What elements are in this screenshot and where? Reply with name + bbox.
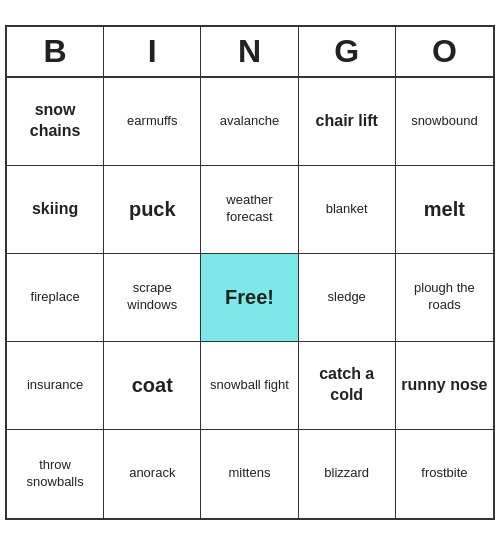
bingo-cell: blizzard [299, 430, 396, 518]
cell-text: snowbound [411, 113, 478, 130]
header-letter: O [396, 27, 493, 76]
bingo-header: BINGO [7, 27, 493, 78]
cell-text: Free! [225, 284, 274, 310]
bingo-cell: snowball fight [201, 342, 298, 430]
cell-text: earmuffs [127, 113, 177, 130]
header-letter: I [104, 27, 201, 76]
bingo-cell: scrape windows [104, 254, 201, 342]
header-letter: N [201, 27, 298, 76]
cell-text: snow chains [11, 100, 99, 142]
cell-text: runny nose [401, 375, 487, 396]
bingo-cell: anorack [104, 430, 201, 518]
cell-text: blizzard [324, 465, 369, 482]
bingo-cell: mittens [201, 430, 298, 518]
bingo-cell: catch a cold [299, 342, 396, 430]
bingo-cell: throw snowballs [7, 430, 104, 518]
cell-text: skiing [32, 199, 78, 220]
bingo-cell: runny nose [396, 342, 493, 430]
bingo-card: BINGO snow chainsearmuffsavalanchechair … [5, 25, 495, 520]
cell-text: insurance [27, 377, 83, 394]
bingo-cell: frostbite [396, 430, 493, 518]
bingo-cell: insurance [7, 342, 104, 430]
bingo-cell: coat [104, 342, 201, 430]
bingo-cell: Free! [201, 254, 298, 342]
bingo-cell: skiing [7, 166, 104, 254]
bingo-cell: snowbound [396, 78, 493, 166]
bingo-cell: fireplace [7, 254, 104, 342]
cell-text: plough the roads [400, 280, 489, 314]
cell-text: frostbite [421, 465, 467, 482]
cell-text: fireplace [31, 289, 80, 306]
header-letter: B [7, 27, 104, 76]
cell-text: sledge [328, 289, 366, 306]
bingo-cell: plough the roads [396, 254, 493, 342]
bingo-cell: chair lift [299, 78, 396, 166]
cell-text: throw snowballs [11, 457, 99, 491]
bingo-cell: earmuffs [104, 78, 201, 166]
cell-text: catch a cold [303, 364, 391, 406]
cell-text: avalanche [220, 113, 279, 130]
cell-text: weather forecast [205, 192, 293, 226]
bingo-cell: sledge [299, 254, 396, 342]
cell-text: melt [424, 196, 465, 222]
bingo-cell: weather forecast [201, 166, 298, 254]
cell-text: puck [129, 196, 176, 222]
cell-text: scrape windows [108, 280, 196, 314]
bingo-cell: blanket [299, 166, 396, 254]
bingo-cell: avalanche [201, 78, 298, 166]
header-letter: G [299, 27, 396, 76]
bingo-grid: snow chainsearmuffsavalanchechair liftsn… [7, 78, 493, 518]
cell-text: snowball fight [210, 377, 289, 394]
cell-text: chair lift [316, 111, 378, 132]
cell-text: blanket [326, 201, 368, 218]
bingo-cell: melt [396, 166, 493, 254]
cell-text: mittens [229, 465, 271, 482]
cell-text: coat [132, 372, 173, 398]
bingo-cell: snow chains [7, 78, 104, 166]
cell-text: anorack [129, 465, 175, 482]
bingo-cell: puck [104, 166, 201, 254]
